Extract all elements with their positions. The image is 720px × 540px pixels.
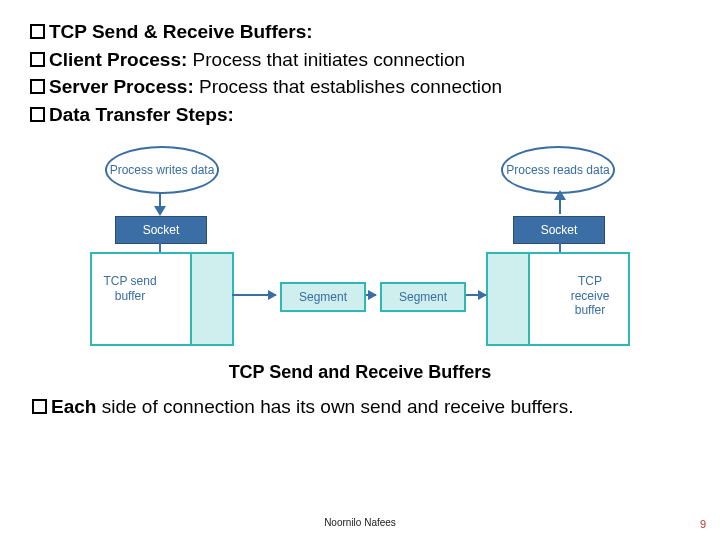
slide-body: TCP Send & Receive Buffers: Client Proce… <box>0 0 720 421</box>
bullet-2-rest: Process that initiates connection <box>193 49 466 70</box>
bullet-square-icon <box>30 24 45 39</box>
arrow-up-icon <box>554 190 566 200</box>
bullet-square-icon <box>32 399 47 414</box>
tcp-buffers-diagram: Process writes data Process reads data S… <box>80 146 640 356</box>
process-writes-label: Process writes data <box>110 163 215 177</box>
send-buffer-box: TCP send buffer <box>90 252 234 346</box>
footer-author: Noornilo Nafees <box>0 517 720 528</box>
bullet-1-text: TCP Send & Receive Buffers: <box>49 21 313 42</box>
process-reads-bubble: Process reads data <box>501 146 615 194</box>
closing-bullet: Each side of connection has its own send… <box>30 393 690 421</box>
bullet-square-icon <box>30 107 45 122</box>
receive-buffer-box: TCP receive buffer <box>486 252 630 346</box>
arrow-stem <box>159 242 161 252</box>
arrow-right-icon <box>366 294 376 296</box>
socket-label: Socket <box>143 223 180 237</box>
bullet-3: Server Process: Process that establishes… <box>30 73 690 101</box>
arrow-right-icon <box>232 294 276 296</box>
bullet-2: Client Process: Process that initiates c… <box>30 46 690 74</box>
page-number: 9 <box>700 518 706 530</box>
diagram-caption: TCP Send and Receive Buffers <box>30 362 690 383</box>
arrow-stem <box>559 242 561 252</box>
socket-label: Socket <box>541 223 578 237</box>
buffer-strip <box>488 254 530 344</box>
bullet-4-text: Data Transfer Steps: <box>49 104 234 125</box>
segment-box: Segment <box>280 282 366 312</box>
bullet-square-icon <box>30 79 45 94</box>
process-writes-bubble: Process writes data <box>105 146 219 194</box>
bullet-square-icon <box>30 52 45 67</box>
segment-box: Segment <box>380 282 466 312</box>
bullet-1: TCP Send & Receive Buffers: <box>30 18 690 46</box>
socket-box-right: Socket <box>513 216 605 244</box>
arrow-right-icon <box>466 294 486 296</box>
bullet-3-rest: Process that establishes connection <box>199 76 502 97</box>
closing-rest: side of connection has its own send and … <box>96 396 573 417</box>
receive-buffer-label: TCP receive buffer <box>560 274 620 317</box>
socket-box-left: Socket <box>115 216 207 244</box>
buffer-strip <box>190 254 232 344</box>
bullet-3-bold: Server Process: <box>49 76 199 97</box>
bullet-4: Data Transfer Steps: <box>30 101 690 129</box>
bullet-2-bold: Client Process: <box>49 49 193 70</box>
closing-bold: Each <box>51 396 96 417</box>
send-buffer-label: TCP send buffer <box>100 274 160 303</box>
segment-label: Segment <box>299 290 347 304</box>
segment-label: Segment <box>399 290 447 304</box>
arrow-down-icon <box>154 206 166 216</box>
arrow-stem <box>559 198 561 214</box>
process-reads-label: Process reads data <box>506 163 609 177</box>
